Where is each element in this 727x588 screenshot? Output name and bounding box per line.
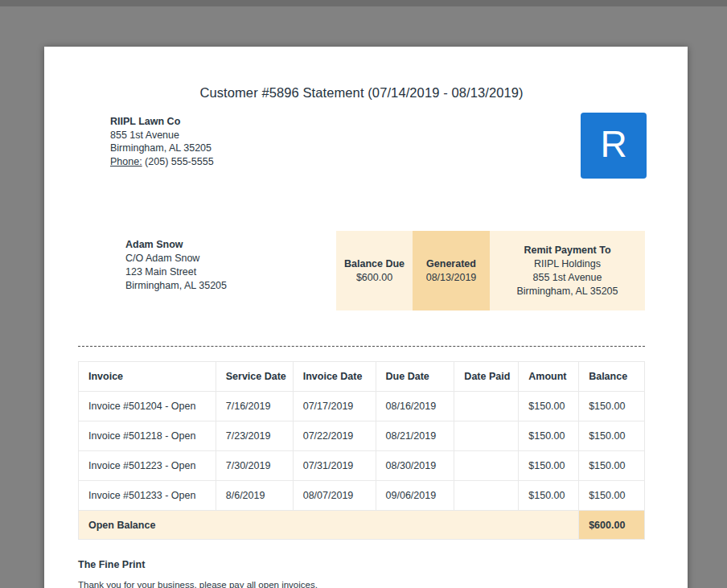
cell-date-paid [454, 392, 519, 421]
cell-amount: $150.00 [519, 421, 579, 451]
viewer-top-shadow [0, 0, 727, 6]
balance-due-value: $600.00 [356, 271, 392, 285]
page-title: Customer #5896 Statement (07/14/2019 - 0… [78, 85, 645, 101]
invoice-table: Invoice Service Date Invoice Date Due Da… [78, 361, 645, 540]
riipl-logo-letter: R [600, 125, 626, 166]
cell-invoice-date: 07/31/2019 [293, 451, 376, 481]
cell-balance: $150.00 [579, 421, 645, 451]
remit-address-line2: Birmingham, AL 35205 [516, 285, 618, 298]
header-invoice: Invoice [79, 362, 216, 392]
cell-invoice-date: 07/17/2019 [293, 392, 376, 421]
cell-service-date: 7/30/2019 [216, 451, 293, 481]
riipl-logo-icon: R [581, 113, 647, 179]
balance-due-label: Balance Due [344, 257, 405, 271]
remit-name: RIIPL Holdings [534, 257, 601, 271]
cell-invoice: Invoice #501223 - Open [79, 451, 216, 481]
header-date-paid: Date Paid [454, 362, 519, 392]
cell-amount: $150.00 [519, 392, 579, 421]
company-phone-label: Phone: [110, 156, 142, 167]
summary-generated: Generated 08/13/2019 [413, 231, 490, 310]
viewer-background: Customer #5896 Statement (07/14/2019 - 0… [0, 0, 727, 588]
cell-service-date: 7/16/2019 [216, 392, 293, 421]
cell-date-paid [454, 451, 519, 481]
company-address-line2: Birmingham, AL 35205 [110, 142, 214, 155]
cell-date-paid [454, 481, 519, 511]
remit-address-line1: 855 1st Avenue [533, 271, 602, 285]
cell-amount: $150.00 [519, 481, 579, 511]
fine-print-title: The Fine Print [78, 559, 145, 570]
header-due-date: Due Date [376, 362, 454, 392]
table-row: Invoice #501204 - Open 7/16/2019 07/17/2… [79, 392, 645, 421]
fine-print-text: Thank you for your business, please pay … [78, 580, 318, 588]
customer-address-line2: Birmingham, AL 35205 [125, 279, 227, 293]
company-address-line1: 855 1st Avenue [110, 129, 214, 142]
cell-service-date: 7/23/2019 [216, 421, 293, 451]
table-row: Invoice #501223 - Open 7/30/2019 07/31/2… [79, 451, 645, 481]
summary-balance-due: Balance Due $600.00 [336, 231, 413, 310]
open-balance-value: $600.00 [579, 511, 645, 540]
header-amount: Amount [519, 362, 579, 392]
cell-due-date: 08/16/2019 [376, 392, 454, 421]
open-balance-row: Open Balance $600.00 [79, 511, 645, 540]
customer-care-of: C/O Adam Snow [125, 252, 227, 265]
open-balance-label: Open Balance [79, 511, 579, 540]
company-block: RIIPL Lawn Co 855 1st Avenue Birmingham,… [110, 115, 214, 168]
cell-due-date: 09/06/2019 [376, 481, 454, 511]
cell-balance: $150.00 [579, 392, 645, 421]
company-phone: Phone: (205) 555-5555 [110, 155, 214, 169]
cell-amount: $150.00 [519, 451, 579, 481]
cell-invoice: Invoice #501233 - Open [79, 481, 216, 511]
cell-invoice-date: 08/07/2019 [293, 481, 376, 511]
remit-label: Remit Payment To [524, 244, 610, 257]
company-name: RIIPL Lawn Co [110, 115, 214, 129]
cell-invoice-date: 07/22/2019 [293, 421, 376, 451]
cell-invoice: Invoice #501204 - Open [79, 392, 216, 421]
generated-label: Generated [426, 257, 476, 271]
customer-name: Adam Snow [125, 238, 227, 252]
cell-balance: $150.00 [579, 451, 645, 481]
statement-page: Customer #5896 Statement (07/14/2019 - 0… [44, 47, 688, 588]
table-header-row: Invoice Service Date Invoice Date Due Da… [79, 362, 645, 392]
summary-remit: Remit Payment To RIIPL Holdings 855 1st … [490, 231, 645, 310]
cell-service-date: 8/6/2019 [216, 481, 293, 511]
generated-value: 08/13/2019 [426, 271, 477, 285]
header-balance: Balance [579, 362, 645, 392]
customer-address-line1: 123 Main Street [125, 265, 227, 279]
cell-due-date: 08/30/2019 [376, 451, 454, 481]
summary-box: Balance Due $600.00 Generated 08/13/2019… [336, 231, 645, 310]
cell-date-paid [454, 421, 519, 451]
company-phone-number: (205) 555-5555 [145, 156, 213, 167]
cell-due-date: 08/21/2019 [376, 421, 454, 451]
customer-block: Adam Snow C/O Adam Snow 123 Main Street … [125, 238, 227, 293]
cell-balance: $150.00 [579, 481, 645, 511]
cell-invoice: Invoice #501218 - Open [79, 421, 216, 451]
table-row: Invoice #501233 - Open 8/6/2019 08/07/20… [79, 481, 645, 511]
table-row: Invoice #501218 - Open 7/23/2019 07/22/2… [79, 421, 645, 451]
header-invoice-date: Invoice Date [293, 362, 376, 392]
dashed-divider [78, 346, 645, 347]
header-service-date: Service Date [216, 362, 293, 392]
